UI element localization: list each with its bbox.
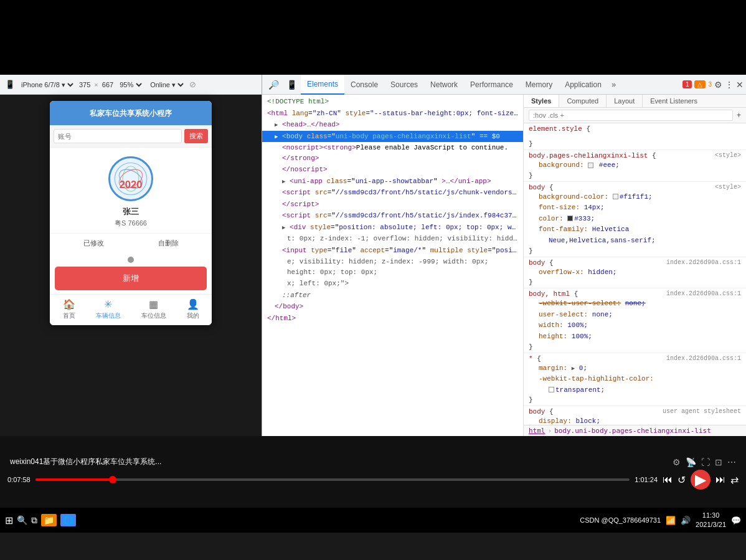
nav-profile[interactable]: 👤 我的	[187, 298, 199, 320]
devtools-tab-bar: 🔎 📱 Elements Console Sources Network Per…	[262, 75, 746, 95]
start-icon[interactable]: ⊞	[5, 515, 13, 526]
main-area: 📱 iPhone 6/7/8 ▾ 375 × 667 95% Online ▾ …	[0, 75, 746, 436]
avatar: 2020	[108, 156, 153, 201]
search-icon[interactable]: 🔍	[17, 515, 27, 525]
cast-icon[interactable]: 📡	[686, 457, 696, 467]
style-block-body-ua: body { user agent stylesheet display: bl…	[524, 406, 746, 425]
html-line-html[interactable]: <html lang="zh-CN" style="--status-bar-h…	[262, 108, 523, 120]
network-icon: 📶	[666, 516, 676, 525]
close-icon[interactable]: ✕	[736, 80, 744, 90]
tab-performance[interactable]: Performance	[464, 75, 519, 95]
progress-bar[interactable]	[35, 478, 630, 481]
play-next-icon[interactable]: ⏭	[715, 474, 725, 485]
html-line-input[interactable]: <input type="file" accept="image/*" mult…	[262, 245, 523, 257]
parking-icon: ▦	[149, 298, 158, 310]
tab-application[interactable]: Application	[559, 75, 608, 95]
avatar-graphic: 2020	[110, 156, 151, 201]
tab-memory[interactable]: Memory	[519, 75, 559, 95]
phone-search-button[interactable]: 搜索	[184, 129, 208, 143]
html-line-uniapp[interactable]: ▶ <uni-app class="uni-app--showtabbar" >…	[262, 176, 523, 187]
nav-home[interactable]: 🏠 首页	[63, 298, 75, 320]
html-line-script1[interactable]: <script src="//ssmd9cd3/front/h5/static/…	[262, 187, 523, 199]
network-select[interactable]: Online ▾	[148, 80, 186, 89]
tab-sources[interactable]: Sources	[384, 75, 424, 95]
edit-button[interactable]: 已修改	[83, 239, 104, 248]
zoom-select[interactable]: 95%	[117, 80, 144, 89]
styles-filter-row: +	[524, 108, 746, 123]
html-line-body-close: </body>	[262, 301, 523, 313]
file-explorer-icon[interactable]: 📁	[41, 514, 57, 526]
task-view-icon[interactable]: ⧉	[31, 515, 37, 526]
styles-content: element.style { } body.pages-cheliangxin…	[524, 123, 746, 425]
phone-nav: 🏠 首页 ✳ 车辆信息 ▦ 车位信息 👤 我的	[50, 294, 212, 325]
more-icon-video[interactable]: ⋯	[727, 457, 736, 467]
html-line-body[interactable]: ▶ <body class="uni-body pages-cheliangxi…	[262, 131, 523, 143]
top-black-bar	[0, 0, 746, 75]
settings-icon[interactable]: ⚙	[714, 80, 722, 90]
html-line-after: ::after	[262, 290, 523, 301]
video-player: weixin041基于微信小程序私家车位共享系统... ⚙ 📡 ⛶ ⊡ ⋯ 0:…	[0, 436, 746, 508]
breadcrumb-body[interactable]: body.uni-body.pages-cheliangxinxi-list	[554, 427, 711, 435]
phone-profile: 2020 张三 粤S 76666	[50, 148, 212, 233]
nav-parking-label: 车位信息	[141, 311, 166, 320]
style-block-body-1: body { <style> background-color: #f1f1f1…	[524, 182, 746, 257]
rewind-icon[interactable]: ↺	[678, 474, 686, 486]
taskbar: ⊞ 🔍 ⧉ 📁 🌐 CSDN @QQ_3786649731 📶 🔊 11:30 …	[0, 508, 746, 533]
html-line-noscript-close: </noscript>	[262, 164, 523, 176]
chrome-icon[interactable]: 🌐	[60, 514, 76, 526]
settings-icon-video[interactable]: ⚙	[673, 457, 681, 467]
phone-search-input[interactable]	[54, 129, 182, 143]
add-button[interactable]: 新增	[55, 267, 207, 290]
html-line-script2[interactable]: <script src="//ssmd9cd3/front/h5/static/…	[262, 210, 523, 222]
tab-network[interactable]: Network	[424, 75, 464, 95]
nav-parking-info[interactable]: ▦ 车位信息	[141, 298, 166, 320]
styles-filter-input[interactable]	[529, 110, 733, 121]
nav-vehicle-info[interactable]: ✳ 车辆信息	[96, 298, 121, 320]
html-line-head[interactable]: ▶ <head>…</head>	[262, 119, 523, 131]
device-width: 375	[79, 81, 90, 88]
html-panel: <!DOCTYPE html> <html lang="zh-CN" style…	[262, 95, 524, 436]
more-icon[interactable]: ⋮	[725, 80, 734, 90]
shuffle-icon[interactable]: ⇄	[730, 474, 739, 486]
tab-event-listeners[interactable]: Event Listeners	[643, 95, 705, 107]
warn-badge: △	[694, 80, 706, 88]
play-prev-icon[interactable]: ⏮	[663, 474, 673, 485]
html-line-input-cont: e; visibility: hidden; z-index: -999; wi…	[262, 256, 523, 278]
progress-thumb	[109, 476, 116, 483]
add-style-icon[interactable]: +	[737, 111, 741, 120]
html-line-html-close: </html>	[262, 313, 523, 325]
styles-sub-tabs: Styles Computed Layout Event Listeners	[524, 95, 746, 108]
tab-layout[interactable]: Layout	[607, 95, 643, 107]
device-toggle-icon[interactable]: 📱	[283, 80, 301, 90]
home-icon: 🏠	[63, 298, 75, 310]
html-line-noscript[interactable]: <noscript><strong>Please enable JavaScri…	[262, 142, 523, 164]
device-select[interactable]: iPhone 6/7/8 ▾	[19, 80, 75, 89]
video-title-bar: weixin041基于微信小程序私家车位共享系统... ⚙ 📡 ⛶ ⊡ ⋯	[0, 454, 746, 470]
html-line-div[interactable]: ▶ <div style="position: absolute; left: …	[262, 222, 523, 234]
play-icon[interactable]: ▶	[691, 470, 711, 490]
panels-row: <!DOCTYPE html> <html lang="zh-CN" style…	[262, 95, 746, 436]
svg-text:2020: 2020	[120, 179, 143, 190]
devtools-outer: 🔎 📱 Elements Console Sources Network Per…	[262, 75, 746, 436]
html-line-script-close: </script>	[262, 199, 523, 211]
tab-styles[interactable]: Styles	[524, 95, 559, 107]
html-line-doctype: <!DOCTYPE html>	[262, 96, 523, 108]
delete-button[interactable]: 自删除	[158, 239, 179, 248]
device-height: 667	[102, 81, 113, 88]
breadcrumb: html › body.uni-body.pages-cheliangxinxi…	[524, 425, 746, 436]
tab-console[interactable]: Console	[344, 75, 384, 95]
tab-elements[interactable]: Elements	[301, 75, 344, 95]
style-block-star: * { index.2d26d90a.css:1 margin: ▶ 0; -w…	[524, 353, 746, 407]
styles-panel: Styles Computed Layout Event Listeners +…	[524, 95, 746, 436]
volume-icon[interactable]: 🔊	[681, 516, 691, 525]
tab-computed[interactable]: Computed	[559, 95, 607, 107]
fullscreen-icon[interactable]: ⛶	[701, 457, 710, 467]
inspect-icon[interactable]: 🔎	[265, 80, 283, 90]
device-icon: 📱	[5, 80, 15, 89]
notification-icon[interactable]: 💬	[731, 516, 741, 525]
tab-overflow-icon[interactable]: »	[608, 80, 620, 89]
style-block-element: element.style { }	[524, 123, 746, 150]
user-name: 张三	[123, 206, 139, 217]
pip-icon[interactable]: ⊡	[715, 457, 722, 467]
breadcrumb-html[interactable]: html	[529, 427, 545, 435]
